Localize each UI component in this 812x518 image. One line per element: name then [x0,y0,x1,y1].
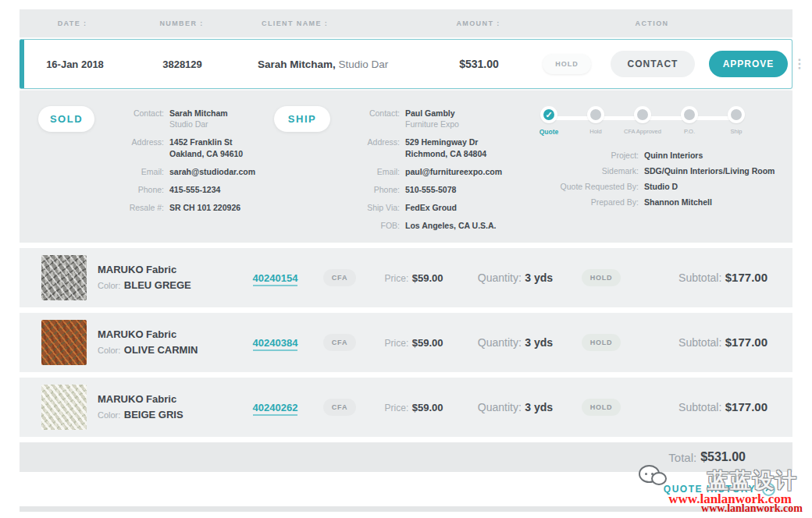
line-item-row: MARUKO Fabric Color: BLEU GREGE 40240154… [20,248,792,307]
item-number-link[interactable]: 40240154 [253,272,298,286]
progress-stepper: ✓ Quote Hold CFA Approved P.O. Shi [525,106,760,137]
item-number-link[interactable]: 40240384 [253,337,298,351]
quantity-label: Quantity: [478,271,522,284]
order-row-selected[interactable]: 16-Jan 2018 3828129 Sarah Mitcham, Studi… [20,39,792,89]
fabric-swatch-image [41,255,87,300]
step-ship: Ship [713,106,760,137]
meta-value: SDG/Quinn Interiors/Living Room [644,166,775,176]
step-label: Quote [540,128,559,137]
price-label: Price: [385,403,409,413]
field-label: Phone: [109,184,169,195]
field-value: sarah@studiodar.com [169,166,255,177]
field-value: 415-555-1234 [169,184,220,195]
column-header-number[interactable]: NUMBER : [125,20,238,27]
item-name: MARUKO Fabric [98,264,238,275]
quote-history-link[interactable]: QUOTE HISTORY [664,483,775,496]
chevron-up-circle-icon [762,483,775,496]
field-label: Resale #: [109,202,169,213]
field-label: Ship Via: [344,202,405,213]
cfa-badge: CFA [323,269,356,286]
line-item-row: MARUKO Fabric Color: OLIVE CARMIN 402403… [20,313,792,372]
color-label: Color: [98,346,120,355]
subtotal-label: Subtotal: [678,271,721,284]
field-label: Address: [109,137,169,158]
order-number: 3828129 [126,59,239,70]
item-color: OLIVE CARMIN [124,344,198,356]
field-label: Email: [344,166,405,177]
subtotal-value: $177.00 [725,271,767,284]
meta-value: Shannon Mitchell [644,197,712,207]
item-hold-button[interactable]: HOLD [582,399,621,416]
column-header-date[interactable]: DATE : [20,20,125,27]
meta-label: Sidemark: [519,166,644,176]
fabric-swatch-image [41,320,87,365]
quantity-label: Quantity: [478,336,522,349]
step-dot-icon [634,106,651,123]
row-menu-icon[interactable]: ⋮ [793,62,806,66]
item-color: BEIGE GRIS [124,409,183,420]
item-color: BLEU GREGE [124,279,191,291]
step-hold: Hold [572,106,619,137]
step-label: Ship [730,128,742,136]
subtotal-value: $177.00 [725,400,767,413]
field-value: FedEx Groud [405,202,457,213]
contact-button[interactable]: CONTACT [611,51,696,77]
fabric-swatch-image [41,385,87,430]
field-value: 1452 Franklin St [169,137,233,147]
step-dot-icon [681,106,698,123]
subtotal-value: $177.00 [725,335,767,349]
item-hold-button[interactable]: HOLD [582,269,621,286]
price-value: $59.00 [412,337,443,349]
field-label: Phone: [344,184,405,195]
subtotal-label: Subtotal: [678,401,721,413]
price-label: Price: [385,273,409,284]
order-date: 16-Jan 2018 [24,59,126,70]
color-label: Color: [98,410,120,420]
column-header-amount[interactable]: AMOUNT : [426,20,531,27]
item-hold-button[interactable]: HOLD [582,334,621,351]
price-value: $59.00 [412,272,443,284]
sold-section: SOLD Contact: Sarah Mitcham Studio Dar A… [20,106,269,243]
order-detail-panel: SOLD Contact: Sarah Mitcham Studio Dar A… [20,90,792,243]
field-value-2: Oakland, CA 94610 [169,148,243,159]
detail-footer: QUOTE HISTORY [20,472,792,506]
price-label: Price: [385,338,409,349]
field-value: Sarah Mitcham [169,108,228,118]
column-header-client-name[interactable]: CLIENT NAME : [238,20,426,27]
step-dot-icon [587,106,604,123]
field-value-2: Studio Dar [169,119,228,130]
sold-email-field: Email: sarah@studiodar.com [109,166,255,177]
order-amount: $531.00 [426,58,532,70]
divider [20,506,792,512]
item-name: MARUKO Fabric [98,328,238,340]
hold-button[interactable]: HOLD [543,54,591,74]
meta-label: Project: [519,151,644,160]
ship-address-field: Address: 529 Hemingway Dr Richmond, CA 8… [344,137,502,158]
quote-meta: Project: Quinn Interiors Sidemark: SDG/Q… [519,151,777,207]
sold-badge[interactable]: SOLD [38,106,94,132]
sold-resale-field: Resale #: SR CH 101 220926 [109,202,255,213]
field-label: Email: [109,166,169,177]
sold-address-field: Address: 1452 Franklin St Oakland, CA 94… [109,137,255,158]
line-item-row: MARUKO Fabric Color: BEIGE GRIS 40240262… [20,378,792,437]
field-value: Los Angeles, CA U.S.A. [405,220,497,231]
meta-value: Quinn Interiors [644,151,703,160]
step-label: CFA Approved [624,128,661,136]
field-value: Paul Gambly [405,108,455,118]
list-header: DATE : NUMBER : CLIENT NAME : AMOUNT : A… [20,9,792,37]
approve-button[interactable]: APPROVE [709,51,789,77]
quantity-value: 3 yds [525,401,553,413]
item-number-link[interactable]: 40240262 [253,402,298,416]
quantity-label: Quantity: [478,401,522,413]
ship-via-field: Ship Via: FedEx Groud [344,202,502,213]
meta-value: Studio D [644,182,678,191]
price-value: $59.00 [412,402,443,413]
color-label: Color: [98,281,120,290]
ship-section: SHIP Contact: Paul Gambly Furniture Expo… [269,106,519,243]
ship-badge[interactable]: SHIP [274,106,330,132]
step-cfa-approved: CFA Approved [619,106,666,137]
check-icon: ✓ [540,106,557,123]
sold-contact-field: Contact: Sarah Mitcham Studio Dar [109,108,255,130]
field-value: 529 Hemingway Dr [405,137,478,147]
field-value: paul@furnitureexpo.com [405,166,502,177]
